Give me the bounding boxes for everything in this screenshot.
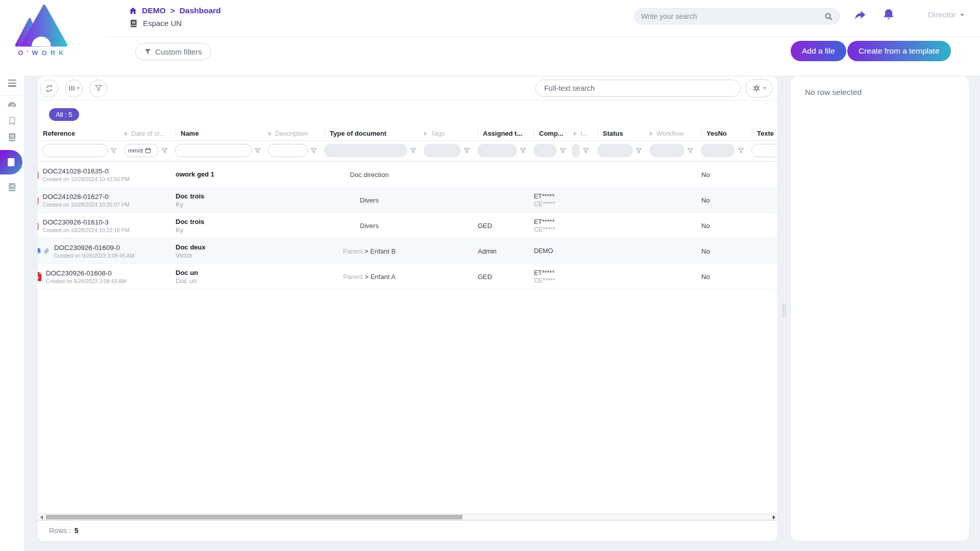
- column-header-type-of-document[interactable]: Type of document: [320, 127, 419, 140]
- funnel-icon[interactable]: [559, 147, 566, 154]
- description-cell: [263, 213, 320, 238]
- create-from-template-button[interactable]: Create from a template: [847, 41, 951, 61]
- grid-settings-button[interactable]: [745, 79, 773, 97]
- workflow-cell: [645, 238, 696, 264]
- column-header-tags[interactable]: Tags: [419, 127, 473, 140]
- filter-cell-tags: [419, 144, 473, 157]
- funnel-icon[interactable]: [520, 147, 526, 154]
- description-filter-input[interactable]: [268, 144, 308, 157]
- sidebar-item-space-2[interactable]: [0, 183, 24, 192]
- name-cell: Doc trois Ky: [170, 187, 263, 213]
- type-value: Divers: [360, 222, 379, 230]
- column-header-name[interactable]: Name: [170, 127, 263, 140]
- texte-cell: [747, 162, 777, 187]
- table-header-row: Reference Date of cr... Name Description…: [38, 127, 777, 141]
- share-button[interactable]: [854, 9, 866, 21]
- reference-cell: DOC241028-01627-0 Created on 10/28/2024 …: [38, 187, 119, 213]
- funnel-icon[interactable]: [110, 147, 117, 154]
- all-count-badge[interactable]: All : 5: [49, 108, 79, 121]
- scroll-right-arrow[interactable]: [770, 514, 777, 520]
- column-header-yesno[interactable]: YesNo: [696, 127, 747, 140]
- sidebar-item-dashboard[interactable]: [0, 100, 24, 110]
- filter-button[interactable]: [89, 80, 107, 97]
- add-file-button[interactable]: Add a file: [791, 41, 846, 61]
- reference-cell: DOC241028-01635-0 Created on 10/28/2024 …: [38, 162, 119, 187]
- table-row[interactable]: DOC230926-01609-0 Created on 9/26/2023 3…: [38, 238, 777, 264]
- scrollbar-track[interactable]: [45, 514, 770, 520]
- funnel-icon[interactable]: [254, 147, 261, 154]
- global-search-input[interactable]: [641, 12, 824, 20]
- sidebar-menu-toggle[interactable]: [0, 80, 24, 87]
- calendar-icon[interactable]: [145, 147, 151, 154]
- name-filter-input[interactable]: [175, 144, 252, 157]
- horizontal-scrollbar[interactable]: [38, 514, 777, 520]
- reference-cell: DOC230926-01610-3 Created on 10/28/2024 …: [38, 213, 119, 238]
- document-name: owork ged 1: [176, 170, 258, 178]
- funnel-icon[interactable]: [738, 147, 744, 154]
- column-header-workflow[interactable]: Workflow: [645, 127, 696, 140]
- journal-icon: [8, 133, 17, 142]
- table-row[interactable]: DOC241028-01635-0 Created on 10/28/2024 …: [38, 162, 777, 187]
- filter-cell-workflow: [645, 144, 696, 157]
- column-header-i[interactable]: I...: [569, 127, 593, 140]
- user-role-menu[interactable]: Director: [928, 10, 964, 19]
- panel-resize-grip[interactable]: [782, 303, 787, 317]
- breadcrumb-root[interactable]: DEMO: [142, 6, 166, 15]
- funnel-icon[interactable]: [635, 147, 642, 154]
- funnel-icon[interactable]: [410, 147, 416, 154]
- notifications-button[interactable]: [883, 8, 895, 20]
- chevron-down-icon: [763, 87, 766, 89]
- custom-filters-button[interactable]: Custom filters: [135, 43, 211, 60]
- funnel-icon[interactable]: [582, 147, 589, 154]
- table-row[interactable]: DOC241028-01627-0 Created on 10/28/2024 …: [38, 187, 777, 213]
- funnel-icon[interactable]: [310, 147, 317, 154]
- column-header-texte[interactable]: Texte: [747, 127, 777, 140]
- pdf-file-icon: [38, 195, 39, 205]
- scrollbar-thumb[interactable]: [46, 515, 462, 519]
- column-header-status[interactable]: Status: [593, 127, 645, 140]
- yesno-cell: No: [696, 162, 747, 187]
- yesno-filter-disabled: [701, 144, 735, 157]
- date-filter-input[interactable]: mm/d: [124, 144, 159, 157]
- funnel-icon[interactable]: [161, 147, 168, 154]
- global-search[interactable]: [634, 8, 840, 24]
- funnel-icon[interactable]: [687, 147, 694, 154]
- custom-filters-label: Custom filters: [155, 47, 202, 56]
- column-header-description[interactable]: Description: [263, 127, 320, 140]
- scroll-left-arrow[interactable]: [38, 514, 45, 520]
- expand-arrow-icon[interactable]: [650, 131, 653, 136]
- expand-arrow-icon[interactable]: [424, 131, 427, 136]
- detail-panel: No row selected: [791, 77, 969, 541]
- column-header-assigned-to[interactable]: Assigned t...: [473, 127, 529, 140]
- column-header-date-of-creation[interactable]: Date of cr...: [119, 127, 170, 140]
- reference-filter-input[interactable]: [42, 144, 108, 157]
- sidebar-item-bookmarks[interactable]: [0, 116, 24, 126]
- topbar-divider: [105, 37, 980, 37]
- table-row[interactable]: DOC230926-01608-0 Created on 9/26/2023 3…: [38, 264, 777, 289]
- expand-arrow-icon[interactable]: [125, 131, 128, 136]
- expand-arrow-icon[interactable]: [268, 131, 272, 136]
- texte-filter-input[interactable]: [751, 144, 777, 157]
- sidebar-item-space-1[interactable]: [0, 133, 24, 142]
- columns-button[interactable]: [65, 80, 83, 97]
- pdf-file-icon: [38, 170, 39, 179]
- search-icon[interactable]: [824, 12, 833, 21]
- description-cell: [263, 264, 320, 289]
- funnel-icon[interactable]: [463, 147, 470, 154]
- brand-logo[interactable]: O'WORK: [7, 3, 75, 57]
- expand-arrow-icon[interactable]: [574, 131, 577, 136]
- refresh-button[interactable]: [40, 80, 58, 97]
- reference-cell: DOC230926-01608-0 Created on 9/26/2023 3…: [38, 264, 119, 289]
- table-row[interactable]: DOC230926-01610-3 Created on 10/28/2024 …: [38, 213, 777, 238]
- share-icon: [854, 9, 866, 21]
- no-row-selected-message: No row selected: [805, 88, 955, 97]
- breadcrumb-current[interactable]: Dashboard: [180, 6, 221, 15]
- fulltext-search-input[interactable]: [535, 80, 741, 97]
- home-icon[interactable]: [129, 7, 137, 15]
- type-cell: Parent > Enfant B: [320, 238, 419, 264]
- breadcrumb: DEMO > Dashboard: [129, 6, 221, 15]
- assigned-cell: GED: [473, 264, 529, 289]
- sidebar-item-space-active[interactable]: [0, 150, 22, 174]
- column-header-company[interactable]: Comp...: [529, 127, 569, 140]
- column-header-reference[interactable]: Reference: [38, 127, 119, 140]
